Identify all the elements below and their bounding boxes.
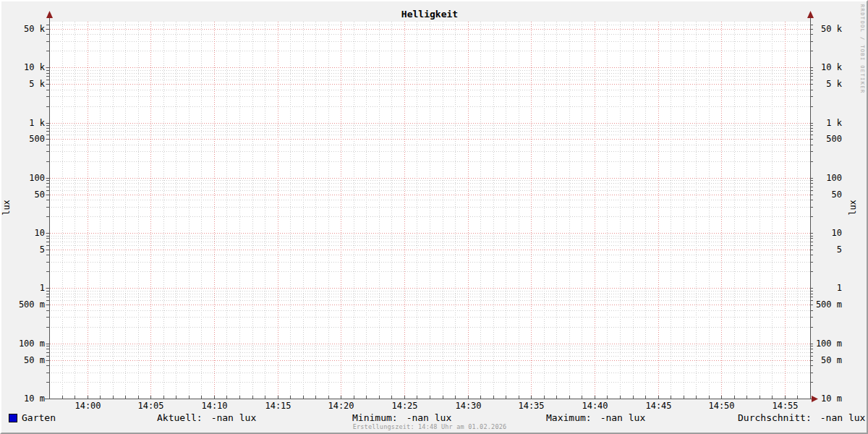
x-axis-tick-label: 14:10 — [191, 401, 239, 410]
x-axis-tick-label: 14:40 — [571, 401, 619, 410]
y-axis-tick-label-right: 1 k — [804, 119, 842, 127]
y-axis-tick-label-left: 10 — [7, 229, 45, 237]
y-axis-tick-label-left: 500 m — [7, 300, 45, 309]
x-axis-tick-label: 14:05 — [127, 401, 175, 410]
y-axis-tick-label-left: 100 m — [7, 339, 45, 348]
y-axis-tick-label-right: 100 m — [804, 339, 842, 348]
stat-value: -nan lux — [820, 413, 866, 423]
y-axis-tick-label-right: 1 — [804, 284, 842, 292]
stat-aktuell: Aktuell:-nan lux — [157, 413, 256, 423]
stat-value: -nan lux — [600, 413, 646, 423]
y-axis-tick-label-left: 100 — [7, 174, 45, 182]
stat-durchschnitt: Durchschnitt:-nan lux — [738, 413, 865, 423]
y-axis-tick-label-left: 1 — [7, 284, 45, 292]
x-axis-tick-label: 14:55 — [762, 401, 809, 410]
y-axis-tick-label-left: 5 k — [7, 80, 45, 88]
y-axis-tick-label-right: 500 m — [804, 300, 842, 309]
x-axis-tick-label: 14:00 — [64, 401, 112, 410]
y-axis-tick-label-right: 500 — [804, 135, 842, 143]
series-color-swatch — [9, 414, 17, 422]
chart-plot-area — [1, 1, 867, 433]
stat-label: Durchschnitt: — [738, 413, 812, 423]
rrdtool-watermark: RRDTOOL / TOBI OETIKER — [859, 4, 866, 94]
x-axis-tick-label: 14:35 — [508, 401, 556, 410]
stat-value: -nan lux — [211, 413, 257, 423]
y-axis-tick-label-left: 10 k — [7, 63, 45, 72]
stat-label: Minimum: — [352, 413, 398, 423]
y-axis-tick-label-right: 10 k — [804, 63, 842, 72]
y-axis-tick-label-left: 1 k — [7, 119, 45, 127]
y-axis-tick-label-right: 10 m — [804, 394, 842, 403]
stat-value: -nan lux — [407, 413, 452, 423]
y-axis-tick-label-right: 50 — [804, 190, 842, 199]
y-axis-tick-label-left: 50 m — [7, 356, 45, 365]
stat-minimum: Minimum:-nan lux — [352, 413, 451, 423]
creation-time: Erstellungszeit: 14:48 Uhr am 01.02.2026 — [1, 423, 858, 430]
x-axis-tick-label: 14:50 — [698, 401, 746, 410]
y-axis-label-left: lux — [2, 198, 11, 217]
y-axis-tick-label-right: 5 k — [804, 80, 842, 88]
stat-label: Aktuell: — [157, 413, 203, 423]
stat-maximum: Maximum:-nan lux — [546, 413, 645, 423]
y-axis-tick-label-left: 500 — [7, 135, 45, 143]
chart-title: Helligkeit — [1, 9, 858, 20]
x-axis-tick-label: 14:30 — [445, 401, 493, 410]
y-axis-tick-label-left: 5 — [7, 245, 45, 254]
y-axis-tick-label-right: 100 — [804, 174, 842, 182]
y-axis-tick-label-right: 5 — [804, 245, 842, 254]
rrdtool-graph: Helligkeit lux lux RRDTOOL / TOBI OETIKE… — [0, 0, 868, 434]
series-label: Garten — [22, 413, 56, 423]
y-axis-tick-label-right: 10 — [804, 229, 842, 237]
y-axis-tick-label-right: 50 m — [804, 356, 842, 365]
y-axis-tick-label-left: 10 m — [7, 394, 45, 403]
y-axis-tick-label-right: 50 k — [804, 25, 842, 33]
stat-label: Maximum: — [546, 413, 592, 423]
legend-row: Garten Aktuell:-nan lux Minimum:-nan lux… — [1, 413, 867, 424]
x-axis-tick-label: 14:20 — [318, 401, 365, 410]
x-axis-tick-label: 14:25 — [381, 401, 429, 410]
y-axis-tick-label-left: 50 — [7, 190, 45, 199]
x-axis-tick-label: 14:15 — [255, 401, 302, 410]
y-axis-label-right: lux — [848, 198, 857, 217]
x-axis-tick-label: 14:45 — [635, 401, 683, 410]
y-axis-tick-label-left: 50 k — [7, 25, 45, 33]
